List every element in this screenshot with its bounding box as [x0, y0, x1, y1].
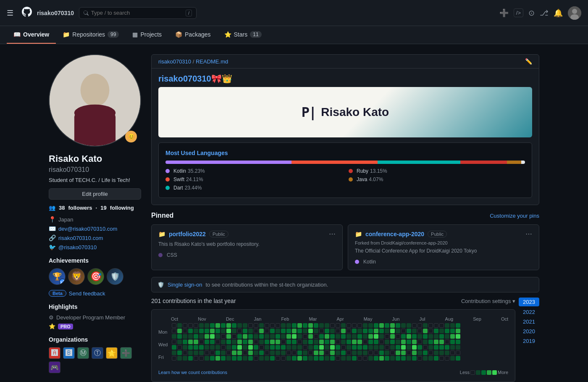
cell-34-1[interactable] [357, 329, 362, 333]
cell-17-6[interactable] [265, 356, 269, 361]
cell-18-0[interactable] [270, 323, 275, 328]
cell-6-2[interactable] [205, 334, 209, 339]
cell-39-0[interactable] [385, 323, 389, 328]
cell-5-3[interactable] [199, 340, 204, 344]
cell-15-1[interactable] [254, 329, 258, 333]
cell-33-0[interactable] [352, 323, 357, 328]
cell-43-2[interactable] [407, 334, 411, 339]
pin-more-1[interactable]: ⋯ [525, 230, 532, 238]
cell-46-0[interactable] [423, 323, 428, 328]
cell-25-3[interactable] [308, 340, 313, 344]
cell-49-0[interactable] [439, 323, 444, 328]
cell-10-3[interactable] [226, 340, 231, 344]
cell-44-6[interactable] [412, 356, 417, 361]
cell-31-2[interactable] [341, 334, 346, 339]
cell-35-1[interactable] [363, 329, 368, 333]
cell-18-3[interactable] [270, 340, 275, 344]
cell-22-2[interactable] [292, 334, 297, 339]
org-3[interactable]: Ⓣ [92, 347, 103, 359]
cell-35-6[interactable] [363, 356, 368, 361]
cell-21-4[interactable] [286, 345, 291, 350]
cell-4-0[interactable] [194, 323, 198, 328]
cell-18-1[interactable] [270, 329, 275, 333]
cell-33-5[interactable] [352, 350, 357, 355]
cell-52-1[interactable] [456, 329, 460, 333]
cell-42-2[interactable] [401, 334, 406, 339]
cell-26-2[interactable] [314, 334, 318, 339]
cell-40-4[interactable] [390, 345, 395, 350]
cell-20-6[interactable] [281, 356, 286, 361]
cell-8-1[interactable] [215, 329, 220, 333]
cell-29-2[interactable] [330, 334, 335, 339]
terminal-icon[interactable]: /> [514, 8, 523, 17]
cell-37-6[interactable] [374, 356, 378, 361]
cell-51-3[interactable] [450, 340, 455, 344]
cell-15-0[interactable] [254, 323, 258, 328]
org-0[interactable]: 🅰 [49, 347, 60, 359]
cell-0-6[interactable] [172, 356, 176, 361]
cell-38-4[interactable] [379, 345, 384, 350]
cell-43-6[interactable] [407, 356, 411, 361]
cell-2-1[interactable] [183, 329, 187, 333]
cell-48-4[interactable] [434, 345, 438, 350]
cell-24-4[interactable] [303, 345, 307, 350]
cell-34-2[interactable] [357, 334, 362, 339]
org-5[interactable]: ➕ [120, 347, 132, 359]
cell-45-1[interactable] [417, 329, 422, 333]
cell-41-5[interactable] [396, 350, 400, 355]
cell-40-0[interactable] [390, 323, 395, 328]
achievement-0[interactable]: 🏆 x3 [49, 268, 66, 285]
cell-45-2[interactable] [417, 334, 422, 339]
cell-14-6[interactable] [248, 356, 253, 361]
cell-43-0[interactable] [407, 323, 411, 328]
cell-33-3[interactable] [352, 340, 357, 344]
cell-11-3[interactable] [232, 340, 236, 344]
cell-26-3[interactable] [314, 340, 318, 344]
cell-48-6[interactable] [434, 356, 438, 361]
cell-18-5[interactable] [270, 350, 275, 355]
cell-10-4[interactable] [226, 345, 231, 350]
edit-profile-button[interactable]: Edit profile [49, 188, 141, 200]
cell-43-3[interactable] [407, 340, 411, 344]
cell-20-4[interactable] [281, 345, 286, 350]
cell-49-3[interactable] [439, 340, 444, 344]
readme-edit-icon[interactable]: ✏️ [525, 58, 532, 65]
cell-26-0[interactable] [314, 323, 318, 328]
cell-10-0[interactable] [226, 323, 231, 328]
cell-24-6[interactable] [303, 356, 307, 361]
cell-47-1[interactable] [428, 329, 433, 333]
cell-50-0[interactable] [445, 323, 449, 328]
cell-24-5[interactable] [303, 350, 307, 355]
learn-link[interactable]: Learn how we count contributions [158, 370, 227, 375]
cell-42-4[interactable] [401, 345, 406, 350]
cell-26-1[interactable] [314, 329, 318, 333]
cell-1-1[interactable] [177, 329, 182, 333]
cell-32-2[interactable] [346, 334, 351, 339]
cell-25-6[interactable] [308, 356, 313, 361]
cell-44-1[interactable] [412, 329, 417, 333]
cell-12-5[interactable] [237, 350, 242, 355]
cell-42-1[interactable] [401, 329, 406, 333]
achievement-2[interactable]: 🎯 [87, 268, 104, 285]
cell-22-1[interactable] [292, 329, 297, 333]
cell-11-6[interactable] [232, 356, 236, 361]
cell-32-1[interactable] [346, 329, 351, 333]
notification-icon[interactable]: 🔔 [554, 8, 563, 18]
cell-30-2[interactable] [336, 334, 340, 339]
cell-46-4[interactable] [423, 345, 428, 350]
readme-path-file[interactable]: README.md [196, 58, 228, 65]
customize-pins-link[interactable]: Customize your pins [490, 213, 539, 219]
pr-icon[interactable]: ⎇ [540, 8, 549, 18]
cell-42-5[interactable] [401, 350, 406, 355]
cell-30-3[interactable] [336, 340, 340, 344]
cell-8-3[interactable] [215, 340, 220, 344]
cell-14-4[interactable] [248, 345, 253, 350]
cell-13-0[interactable] [243, 323, 247, 328]
cell-22-0[interactable] [292, 323, 297, 328]
cell-32-4[interactable] [346, 345, 351, 350]
cell-47-3[interactable] [428, 340, 433, 344]
github-logo[interactable] [22, 7, 32, 19]
year-2023[interactable]: 2023 [519, 298, 539, 306]
cell-31-0[interactable] [341, 323, 346, 328]
cell-7-5[interactable] [210, 350, 215, 355]
